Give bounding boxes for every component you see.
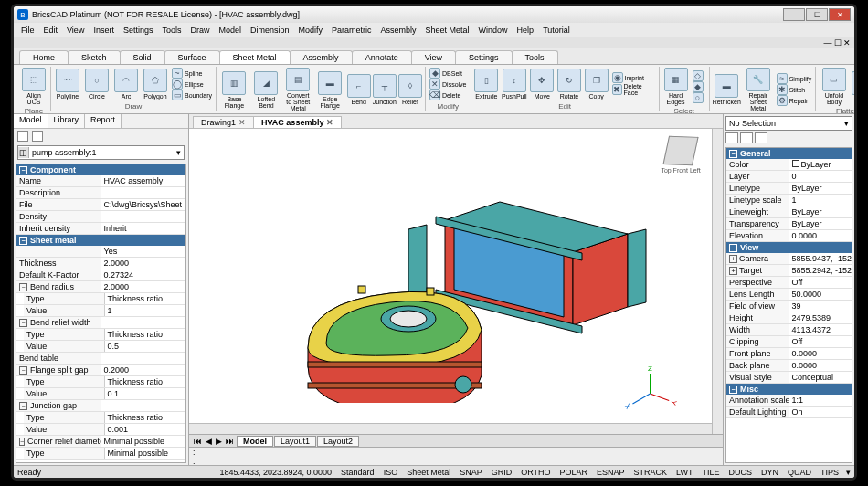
ribbontab-view[interactable]: View [411,50,456,64]
menu-view[interactable]: View [62,26,89,35]
ribbon-tool[interactable]: ○ [692,92,706,103]
toggle-tips[interactable]: TIPS [819,468,841,477]
toggle-lwt[interactable]: LWT [674,468,694,477]
property-row[interactable]: Bend table [16,353,185,364]
layout-nav[interactable]: ▶ [214,437,224,446]
toggle-tile[interactable]: TILE [700,468,721,477]
layout-layout1[interactable]: Layout1 [274,436,316,447]
property-row[interactable]: Annotation scale1:1 [726,395,852,407]
menu-tools[interactable]: Tools [157,26,185,35]
property-row[interactable]: NameHVAC assembly [16,175,185,187]
ribbon-tool[interactable]: ◇ [692,70,706,81]
status-menu[interactable]: ▾ [846,468,851,477]
layout-nav[interactable]: ⏭ [224,437,236,446]
section-sheet-metal[interactable]: −Sheet metal [16,235,185,246]
property-row[interactable]: Elevation0.0000 [726,230,852,242]
ribbon-repair-sheet-metal[interactable]: 🔧Repair Sheet Metal [743,67,774,112]
menu-parametric[interactable]: Parametric [327,26,376,35]
ribbon-edge-flange[interactable]: ▬Edge Flange [315,70,345,110]
ribbon-convert-to-sheet-metal[interactable]: ▤Convert to Sheet Metal [283,67,313,112]
ribbon-unfold-body[interactable]: ▭Unfold Body [819,67,849,106]
property-row[interactable]: Layer0 [726,171,852,183]
prop-tool-2[interactable] [740,132,753,143]
property-row[interactable]: TypeThickness ratio [16,293,185,305]
property-row[interactable]: Inherit densityInherit [16,223,185,235]
close-tab-icon[interactable]: ✕ [326,118,333,127]
ribbon-align-ucs[interactable]: ⬚Align UCS [20,67,48,106]
property-row[interactable]: Value0.001 [16,424,185,436]
layout-layout2[interactable]: Layout2 [317,436,359,447]
status-field[interactable]: ISO [382,468,400,477]
toggle-esnap[interactable]: ESNAP [595,468,627,477]
lefttab-library[interactable]: Library [48,114,86,128]
property-row[interactable]: −Corner relief diameterMinimal possible [16,436,185,448]
menu-model[interactable]: Model [214,26,246,35]
toggle-dyn[interactable]: DYN [759,468,780,477]
ribbon-simplify[interactable]: ≈Simplify [776,73,813,84]
ribbon-pushpull[interactable]: ↕PushPull [501,68,527,100]
property-row[interactable]: TypeMinimal possible [16,448,185,460]
property-row[interactable]: −Junction gap [16,400,185,412]
property-row[interactable]: FileC:\dwg\Bricsys\Sheet Met [16,199,185,211]
ribbon-rotate[interactable]: ↻Rotate [556,68,582,100]
tree-icon[interactable] [17,131,28,142]
menu-modify[interactable]: Modify [294,26,328,35]
ribbon-polygon[interactable]: ⬠Polygon [142,68,169,100]
status-field[interactable]: Sheet Metal [405,468,452,477]
property-row[interactable]: Density [16,211,185,223]
property-row[interactable]: Yes [16,246,185,258]
property-row[interactable]: TypeThickness ratio [16,329,185,341]
ribbon-polyline[interactable]: 〰Polyline [54,68,81,100]
layout-model[interactable]: Model [237,436,273,447]
property-row[interactable]: −Bend radius2.0000 [16,281,185,293]
property-row[interactable]: TypeThickness ratio [16,376,185,388]
ribbon-dissolve[interactable]: ✕Dissolve [429,79,467,90]
property-row[interactable]: TransparencyByLayer [726,218,852,230]
property-row[interactable]: Front plane0.0000 [726,348,852,360]
ribbon-base-flange[interactable]: ▥Base Flange [219,70,249,110]
ribbontab-sheet-metal[interactable]: Sheet Metal [219,50,291,64]
command-line[interactable]: : : [189,447,723,465]
property-row[interactable]: Default K-Factor0.27324 [16,269,185,281]
maximize-button[interactable]: ☐ [806,8,828,21]
doctab-drawing1[interactable]: Drawing1✕ [193,116,254,128]
ribbon-circle[interactable]: ○Circle [83,68,111,100]
property-row[interactable]: Height2479.5389 [726,312,852,324]
property-row[interactable]: Description [16,187,185,199]
ribbon-stitch[interactable]: ✱Stitch [776,84,813,95]
ribbon-bend[interactable]: ⌐Bend [347,73,371,106]
ribbon-ellipse[interactable]: ◯Ellipse [171,79,213,90]
ribbon-unfold[interactable]: ▢Unfold [852,70,854,103]
ribbontab-settings[interactable]: Settings [455,50,513,64]
toggle-ducs[interactable]: DUCS [726,468,754,477]
property-row[interactable]: +Camera5855.9437, -1526.3564,. [726,253,852,265]
ribbontab-sketch[interactable]: Sketch [68,50,121,64]
property-row[interactable]: Width4113.4372 [726,324,852,336]
status-field[interactable]: 1845.4433, 2023.8924, 0.0000 [217,468,333,477]
doc-close[interactable]: ✕ [843,38,851,48]
menu-draw[interactable]: Draw [185,26,214,35]
ribbon-boundary[interactable]: ▭Boundary [171,90,213,100]
property-row[interactable]: ColorByLayer [726,159,852,171]
lefttab-model[interactable]: Model [14,114,48,128]
left-properties[interactable]: −ComponentNameHVAC assemblyDescriptionFi… [16,164,186,463]
menu-settings[interactable]: Settings [119,26,158,35]
ribbon-repair[interactable]: ⚙Repair [776,95,813,106]
viewcube-cube[interactable] [662,136,698,165]
menu-sheet metal[interactable]: Sheet Metal [421,26,474,35]
close-tab-icon[interactable]: ✕ [238,118,246,127]
ribbontab-home[interactable]: Home [19,50,69,64]
toggle-quad[interactable]: QUAD [786,468,813,477]
ribbontab-surface[interactable]: Surface [164,50,220,64]
filter-icon[interactable] [32,131,43,142]
horizontal-scrollbar[interactable] [189,423,712,434]
menu-dimension[interactable]: Dimension [246,26,294,35]
property-row[interactable]: LinetypeByLayer [726,183,852,195]
prop-tool-1[interactable] [725,132,738,143]
assembly-combo[interactable]: ◫ pump assembly:1 ▾ [17,145,185,160]
property-row[interactable]: +Target5855.2942, -1526.9069,. [726,265,852,277]
ribbon-arc[interactable]: ◠Arc [112,68,140,100]
property-row[interactable]: TypeThickness ratio [16,412,185,424]
toggle-polar[interactable]: POLAR [558,468,590,477]
ribbontab-assembly[interactable]: Assembly [290,50,353,64]
